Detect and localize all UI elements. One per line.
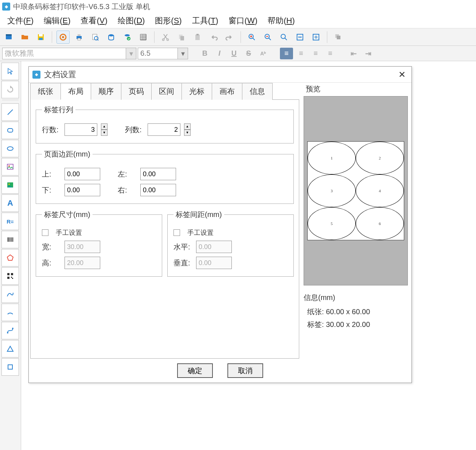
tab-cursor[interactable]: 光标 (182, 83, 212, 100)
bezier-tool-icon[interactable] (1, 322, 19, 339)
spinner-up-icon[interactable]: ▲ (101, 123, 108, 130)
indent-increase-icon[interactable]: ⇥ (362, 48, 375, 59)
tab-order[interactable]: 顺序 (91, 83, 121, 100)
menu-draw[interactable]: 绘图(D) (113, 13, 150, 28)
cut-icon[interactable] (159, 31, 172, 44)
image-tool-icon[interactable] (1, 158, 19, 175)
close-icon[interactable]: ✕ (396, 69, 408, 80)
copy-icon[interactable] (175, 31, 188, 44)
cancel-button[interactable]: 取消 (227, 363, 263, 378)
align-left-icon[interactable]: ≡ (280, 48, 293, 59)
font-size-select[interactable]: 6.5 ▾ (138, 48, 188, 59)
rounded-rect-tool-icon[interactable] (1, 122, 19, 139)
spinner-down-icon[interactable]: ▼ (101, 130, 108, 136)
tab-layout[interactable]: 布局 (61, 83, 91, 100)
ellipse-tool-icon[interactable] (1, 140, 19, 157)
richtext-tool-icon[interactable]: R≡ (1, 213, 19, 230)
polygon-tool-icon[interactable] (1, 249, 19, 267)
vgap-input[interactable] (196, 257, 232, 269)
align-justify-icon[interactable]: ≡ (324, 48, 337, 59)
cols-spinner[interactable]: ▲▼ (184, 123, 191, 136)
height-input[interactable] (65, 257, 100, 269)
redo-icon[interactable] (223, 31, 236, 44)
width-input[interactable] (65, 241, 100, 253)
database-icon[interactable] (105, 31, 118, 44)
size-manual-checkbox[interactable] (42, 229, 48, 236)
tab-range[interactable]: 区间 (151, 83, 182, 100)
arc-tool-icon[interactable] (1, 304, 19, 321)
tab-pagenum[interactable]: 页码 (121, 83, 152, 100)
zoom-in-icon[interactable] (245, 31, 258, 44)
triangle-tool-icon[interactable] (1, 340, 19, 358)
save-icon[interactable] (34, 31, 47, 44)
svg-point-16 (163, 39, 164, 40)
database-refresh-icon[interactable] (121, 31, 134, 44)
zoom-reset-icon[interactable] (277, 31, 290, 44)
cols-label: 列数: (125, 125, 143, 135)
svg-rect-51 (11, 277, 12, 278)
align-right-icon[interactable]: ≡ (309, 48, 322, 59)
label-rowcol-group: 标签行列 行数: ▲▼ 列数: ▲▼ (36, 105, 294, 143)
printer-icon[interactable] (73, 31, 86, 44)
margin-bottom-input[interactable] (65, 184, 100, 196)
rows-spinner[interactable]: ▲▼ (101, 123, 108, 136)
tab-canvas[interactable]: 画布 (212, 83, 242, 100)
pointer-tool-icon[interactable] (1, 63, 19, 80)
barcode-tool-icon[interactable] (1, 231, 19, 248)
font-family-select[interactable]: 微软雅黑 ▾ (2, 48, 136, 59)
strikethrough-icon[interactable]: S (242, 48, 255, 59)
info-label-value: 30.00 x 20.00 (326, 320, 370, 328)
menu-help[interactable]: 帮助(H) (262, 13, 300, 28)
gap-manual-checkbox[interactable] (173, 229, 180, 236)
new-document-icon[interactable] (2, 31, 15, 44)
picture-tool-icon[interactable] (1, 176, 19, 194)
shape-tool-icon[interactable] (1, 358, 19, 376)
preview-label-3: 3 (308, 174, 356, 207)
margin-top-input[interactable] (65, 168, 100, 180)
margin-left-input[interactable] (140, 168, 176, 180)
layers-icon[interactable] (332, 31, 345, 44)
menu-file[interactable]: 文件(F) (2, 13, 39, 28)
tab-info[interactable]: 信息 (242, 83, 273, 100)
rows-input[interactable] (65, 123, 97, 136)
underline-icon[interactable]: U (227, 48, 241, 59)
toolbar-separator (327, 31, 327, 43)
svg-point-54 (12, 328, 13, 329)
italic-icon[interactable]: I (213, 48, 226, 59)
indent-decrease-icon[interactable]: ⇤ (347, 48, 360, 59)
font-family-value: 微软雅黑 (5, 48, 34, 58)
info-label-label: 标签: (307, 320, 324, 328)
spinner-down-icon[interactable]: ▼ (184, 130, 191, 136)
menu-tool[interactable]: 工具(T) (187, 13, 223, 28)
menu-view[interactable]: 查看(V) (75, 13, 112, 28)
paste-icon[interactable] (191, 31, 204, 44)
curve-tool-icon[interactable] (1, 285, 19, 303)
text-tool-icon[interactable]: A (1, 194, 19, 212)
menu-edit[interactable]: 编辑(E) (39, 13, 75, 28)
cols-input[interactable] (148, 123, 180, 136)
settings-gear-icon[interactable] (56, 31, 70, 44)
fit-page-icon[interactable] (309, 31, 323, 44)
margin-right-input[interactable] (140, 184, 176, 196)
undo-icon[interactable] (207, 31, 220, 44)
rotate-tool-icon[interactable] (1, 81, 19, 98)
qrcode-tool-icon[interactable] (1, 267, 19, 285)
align-center-icon[interactable]: ≡ (294, 48, 308, 59)
print-preview-icon[interactable] (89, 31, 102, 44)
fit-width-icon[interactable] (293, 31, 307, 44)
line-tool-icon[interactable] (1, 103, 19, 121)
tab-paper[interactable]: 纸张 (30, 83, 61, 100)
vgap-label: 垂直: (173, 258, 191, 268)
hgap-input[interactable] (196, 241, 232, 253)
open-folder-icon[interactable] (18, 31, 31, 44)
spinner-up-icon[interactable]: ▲ (184, 123, 191, 130)
zoom-out-icon[interactable] (261, 31, 274, 44)
preview-label-5: 5 (308, 207, 356, 240)
menu-shape[interactable]: 图形(S) (150, 13, 187, 28)
bold-icon[interactable]: B (198, 48, 211, 59)
margin-top-label: 上: (42, 169, 59, 179)
ok-button[interactable]: 确定 (177, 363, 213, 378)
menu-window[interactable]: 窗口(W) (223, 13, 262, 28)
grid-icon[interactable] (137, 31, 150, 44)
superscript-icon[interactable]: Aᵇ (257, 48, 270, 59)
